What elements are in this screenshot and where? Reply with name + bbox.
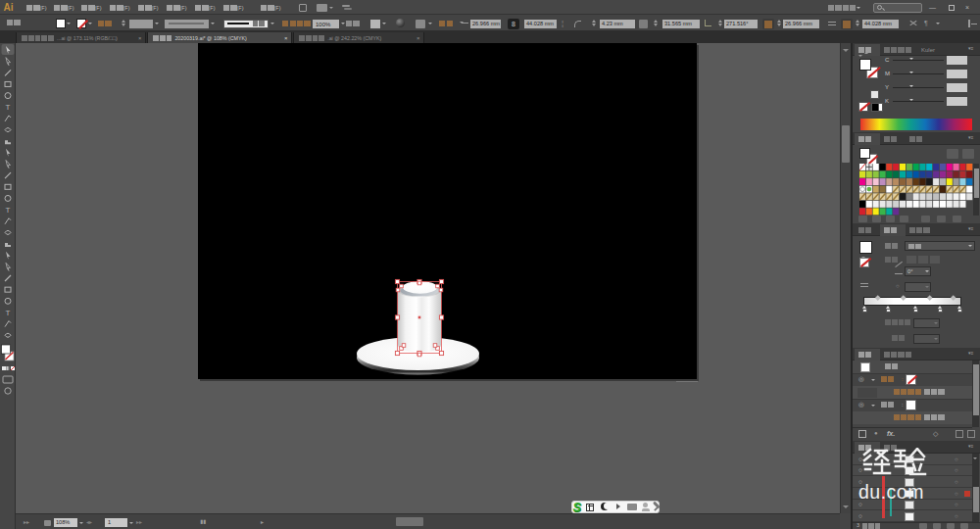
svg-text:T: T bbox=[6, 309, 11, 317]
svg-text:T: T bbox=[6, 103, 11, 112]
svg-text:T: T bbox=[6, 206, 11, 215]
